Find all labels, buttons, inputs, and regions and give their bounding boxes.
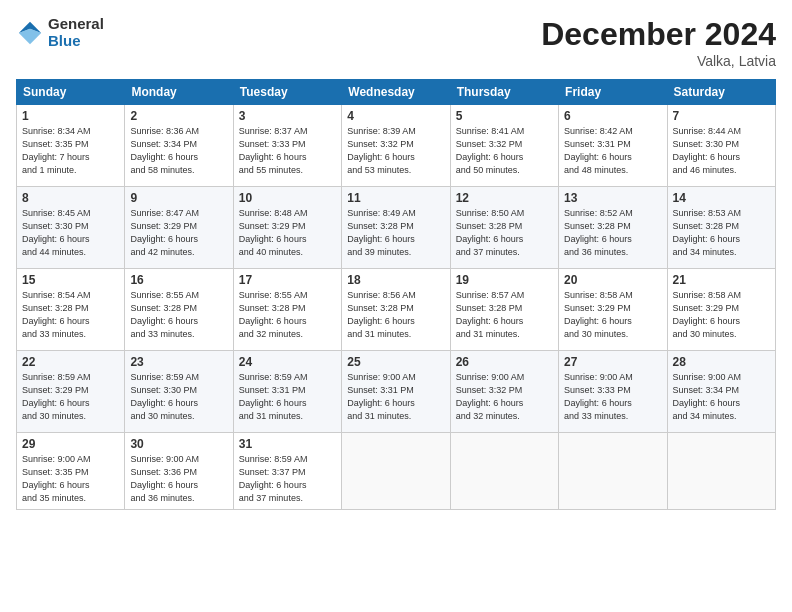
calendar-cell: 14Sunrise: 8:53 AM Sunset: 3:28 PM Dayli… [667, 187, 775, 269]
day-info: Sunrise: 8:57 AM Sunset: 3:28 PM Dayligh… [456, 289, 553, 341]
calendar-header-row: SundayMondayTuesdayWednesdayThursdayFrid… [17, 80, 776, 105]
day-number: 12 [456, 191, 553, 205]
calendar-cell: 20Sunrise: 8:58 AM Sunset: 3:29 PM Dayli… [559, 269, 667, 351]
day-info: Sunrise: 8:34 AM Sunset: 3:35 PM Dayligh… [22, 125, 119, 177]
day-header-saturday: Saturday [667, 80, 775, 105]
calendar-cell: 9Sunrise: 8:47 AM Sunset: 3:29 PM Daylig… [125, 187, 233, 269]
day-info: Sunrise: 8:59 AM Sunset: 3:37 PM Dayligh… [239, 453, 336, 505]
calendar-cell: 13Sunrise: 8:52 AM Sunset: 3:28 PM Dayli… [559, 187, 667, 269]
calendar-cell: 21Sunrise: 8:58 AM Sunset: 3:29 PM Dayli… [667, 269, 775, 351]
day-info: Sunrise: 9:00 AM Sunset: 3:34 PM Dayligh… [673, 371, 770, 423]
day-info: Sunrise: 8:47 AM Sunset: 3:29 PM Dayligh… [130, 207, 227, 259]
calendar-cell: 12Sunrise: 8:50 AM Sunset: 3:28 PM Dayli… [450, 187, 558, 269]
calendar-cell: 4Sunrise: 8:39 AM Sunset: 3:32 PM Daylig… [342, 105, 450, 187]
day-info: Sunrise: 8:36 AM Sunset: 3:34 PM Dayligh… [130, 125, 227, 177]
calendar-cell: 17Sunrise: 8:55 AM Sunset: 3:28 PM Dayli… [233, 269, 341, 351]
day-header-monday: Monday [125, 80, 233, 105]
calendar-cell: 29Sunrise: 9:00 AM Sunset: 3:35 PM Dayli… [17, 433, 125, 510]
calendar-cell: 15Sunrise: 8:54 AM Sunset: 3:28 PM Dayli… [17, 269, 125, 351]
day-number: 11 [347, 191, 444, 205]
day-header-thursday: Thursday [450, 80, 558, 105]
logo-text: General Blue [48, 16, 104, 49]
calendar-cell: 31Sunrise: 8:59 AM Sunset: 3:37 PM Dayli… [233, 433, 341, 510]
calendar-table: SundayMondayTuesdayWednesdayThursdayFrid… [16, 79, 776, 510]
calendar-cell: 6Sunrise: 8:42 AM Sunset: 3:31 PM Daylig… [559, 105, 667, 187]
day-info: Sunrise: 8:49 AM Sunset: 3:28 PM Dayligh… [347, 207, 444, 259]
day-number: 24 [239, 355, 336, 369]
calendar-cell: 25Sunrise: 9:00 AM Sunset: 3:31 PM Dayli… [342, 351, 450, 433]
logo: General Blue [16, 16, 104, 49]
calendar-cell: 5Sunrise: 8:41 AM Sunset: 3:32 PM Daylig… [450, 105, 558, 187]
day-number: 7 [673, 109, 770, 123]
day-number: 19 [456, 273, 553, 287]
day-number: 10 [239, 191, 336, 205]
day-number: 4 [347, 109, 444, 123]
day-number: 23 [130, 355, 227, 369]
calendar-cell: 7Sunrise: 8:44 AM Sunset: 3:30 PM Daylig… [667, 105, 775, 187]
day-number: 22 [22, 355, 119, 369]
day-number: 14 [673, 191, 770, 205]
day-number: 3 [239, 109, 336, 123]
day-info: Sunrise: 9:00 AM Sunset: 3:32 PM Dayligh… [456, 371, 553, 423]
day-header-friday: Friday [559, 80, 667, 105]
day-number: 26 [456, 355, 553, 369]
day-info: Sunrise: 8:58 AM Sunset: 3:29 PM Dayligh… [564, 289, 661, 341]
calendar-cell: 24Sunrise: 8:59 AM Sunset: 3:31 PM Dayli… [233, 351, 341, 433]
day-number: 20 [564, 273, 661, 287]
calendar-cell: 28Sunrise: 9:00 AM Sunset: 3:34 PM Dayli… [667, 351, 775, 433]
day-info: Sunrise: 8:56 AM Sunset: 3:28 PM Dayligh… [347, 289, 444, 341]
day-number: 27 [564, 355, 661, 369]
day-info: Sunrise: 8:55 AM Sunset: 3:28 PM Dayligh… [239, 289, 336, 341]
calendar-cell: 11Sunrise: 8:49 AM Sunset: 3:28 PM Dayli… [342, 187, 450, 269]
calendar-cell [342, 433, 450, 510]
calendar-cell: 3Sunrise: 8:37 AM Sunset: 3:33 PM Daylig… [233, 105, 341, 187]
day-info: Sunrise: 8:53 AM Sunset: 3:28 PM Dayligh… [673, 207, 770, 259]
day-number: 18 [347, 273, 444, 287]
day-info: Sunrise: 9:00 AM Sunset: 3:33 PM Dayligh… [564, 371, 661, 423]
calendar-cell: 16Sunrise: 8:55 AM Sunset: 3:28 PM Dayli… [125, 269, 233, 351]
calendar-cell [667, 433, 775, 510]
day-info: Sunrise: 9:00 AM Sunset: 3:36 PM Dayligh… [130, 453, 227, 505]
calendar-cell: 18Sunrise: 8:56 AM Sunset: 3:28 PM Dayli… [342, 269, 450, 351]
day-info: Sunrise: 8:44 AM Sunset: 3:30 PM Dayligh… [673, 125, 770, 177]
day-number: 1 [22, 109, 119, 123]
day-number: 31 [239, 437, 336, 451]
day-number: 17 [239, 273, 336, 287]
logo-blue: Blue [48, 33, 104, 50]
day-number: 5 [456, 109, 553, 123]
calendar-cell: 8Sunrise: 8:45 AM Sunset: 3:30 PM Daylig… [17, 187, 125, 269]
day-number: 30 [130, 437, 227, 451]
day-number: 25 [347, 355, 444, 369]
day-info: Sunrise: 8:42 AM Sunset: 3:31 PM Dayligh… [564, 125, 661, 177]
calendar-cell: 1Sunrise: 8:34 AM Sunset: 3:35 PM Daylig… [17, 105, 125, 187]
calendar-cell: 27Sunrise: 9:00 AM Sunset: 3:33 PM Dayli… [559, 351, 667, 433]
day-info: Sunrise: 8:59 AM Sunset: 3:30 PM Dayligh… [130, 371, 227, 423]
day-info: Sunrise: 8:48 AM Sunset: 3:29 PM Dayligh… [239, 207, 336, 259]
day-number: 13 [564, 191, 661, 205]
calendar-cell: 19Sunrise: 8:57 AM Sunset: 3:28 PM Dayli… [450, 269, 558, 351]
day-info: Sunrise: 9:00 AM Sunset: 3:31 PM Dayligh… [347, 371, 444, 423]
calendar-cell [450, 433, 558, 510]
day-header-wednesday: Wednesday [342, 80, 450, 105]
day-number: 16 [130, 273, 227, 287]
calendar-cell: 26Sunrise: 9:00 AM Sunset: 3:32 PM Dayli… [450, 351, 558, 433]
calendar-cell: 30Sunrise: 9:00 AM Sunset: 3:36 PM Dayli… [125, 433, 233, 510]
calendar-cell [559, 433, 667, 510]
day-number: 6 [564, 109, 661, 123]
day-info: Sunrise: 8:59 AM Sunset: 3:29 PM Dayligh… [22, 371, 119, 423]
day-info: Sunrise: 8:58 AM Sunset: 3:29 PM Dayligh… [673, 289, 770, 341]
day-header-sunday: Sunday [17, 80, 125, 105]
main-container: General Blue December 2024 Valka, Latvia… [0, 0, 792, 612]
title-area: December 2024 Valka, Latvia [541, 16, 776, 69]
day-info: Sunrise: 8:50 AM Sunset: 3:28 PM Dayligh… [456, 207, 553, 259]
calendar-cell: 23Sunrise: 8:59 AM Sunset: 3:30 PM Dayli… [125, 351, 233, 433]
day-info: Sunrise: 8:54 AM Sunset: 3:28 PM Dayligh… [22, 289, 119, 341]
day-info: Sunrise: 9:00 AM Sunset: 3:35 PM Dayligh… [22, 453, 119, 505]
day-info: Sunrise: 8:45 AM Sunset: 3:30 PM Dayligh… [22, 207, 119, 259]
day-number: 21 [673, 273, 770, 287]
day-info: Sunrise: 8:37 AM Sunset: 3:33 PM Dayligh… [239, 125, 336, 177]
day-header-tuesday: Tuesday [233, 80, 341, 105]
day-info: Sunrise: 8:52 AM Sunset: 3:28 PM Dayligh… [564, 207, 661, 259]
logo-icon [16, 19, 44, 47]
day-info: Sunrise: 8:41 AM Sunset: 3:32 PM Dayligh… [456, 125, 553, 177]
